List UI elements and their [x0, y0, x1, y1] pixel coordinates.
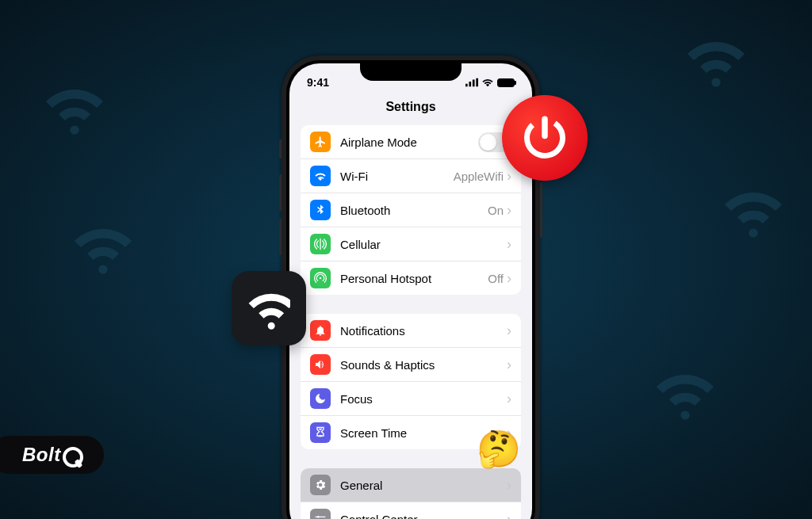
airplane-icon: [310, 132, 331, 152]
bluetooth-icon: [310, 200, 331, 220]
settings-row-sounds-haptics[interactable]: Sounds & Haptics›: [301, 348, 521, 382]
brand-badge: Bolt: [0, 436, 104, 474]
settings-group: General›Control Center›AADisplay & Brigh…: [301, 468, 521, 519]
settings-row-cellular[interactable]: Cellular›: [301, 227, 521, 261]
notch: [360, 60, 462, 81]
wifi-icon: [310, 166, 331, 186]
sliders-icon: [310, 509, 331, 519]
row-label: Sounds & Haptics: [340, 358, 507, 372]
row-label: Wi-Fi: [340, 170, 454, 183]
gear-icon: [310, 475, 331, 495]
row-label: Personal Hotspot: [340, 272, 488, 285]
chevron-right-icon: ›: [507, 168, 511, 185]
mute-switch: [279, 139, 282, 158]
wifi-bg-icon: [73, 220, 127, 277]
battery-icon: [497, 78, 515, 87]
row-label: General: [340, 479, 507, 492]
hotspot-icon: [310, 268, 331, 288]
wifi-bg-icon: [723, 184, 777, 241]
settings-row-airplane-mode[interactable]: Airplane Mode: [301, 125, 521, 159]
row-label: Notifications: [340, 324, 507, 338]
status-time: 9:41: [307, 76, 329, 89]
speaker-icon: [310, 354, 331, 375]
row-label: Bluetooth: [340, 204, 488, 217]
side-button: [540, 182, 542, 238]
row-value: On: [488, 204, 504, 217]
volume-down-button: [279, 219, 282, 255]
wifi-bg-icon: [44, 81, 98, 138]
chevron-right-icon: ›: [507, 477, 511, 494]
bell-icon: [310, 320, 331, 341]
settings-row-wi-fi[interactable]: Wi-FiAppleWifi›: [301, 159, 521, 193]
row-label: Focus: [340, 392, 507, 406]
settings-row-control-center[interactable]: Control Center›: [301, 502, 521, 519]
row-value: Off: [488, 272, 504, 285]
volume-up-button: [279, 174, 282, 211]
chevron-right-icon: ›: [507, 511, 511, 520]
settings-group: Airplane ModeWi-FiAppleWifi›BluetoothOn›…: [301, 125, 521, 295]
chevron-right-icon: ›: [507, 322, 511, 339]
settings-row-focus[interactable]: Focus›: [301, 382, 521, 416]
brand-q-icon: [63, 447, 83, 467]
chevron-right-icon: ›: [507, 236, 511, 253]
row-value: AppleWifi: [454, 170, 504, 183]
svg-point-0: [320, 277, 322, 280]
chevron-right-icon: ›: [507, 270, 511, 287]
cellular-icon: [310, 234, 331, 254]
chevron-right-icon: ›: [507, 202, 511, 219]
row-label: Airplane Mode: [340, 135, 478, 149]
wifi-bg-icon: [686, 33, 740, 90]
chevron-right-icon: ›: [507, 357, 511, 373]
hourglass-icon: [310, 422, 331, 443]
wifi-overlay-icon: [232, 271, 306, 345]
brand-text: Bolt: [22, 444, 61, 466]
settings-row-notifications[interactable]: Notifications›: [301, 314, 521, 348]
settings-row-bluetooth[interactable]: BluetoothOn›: [301, 193, 521, 227]
settings-row-personal-hotspot[interactable]: Personal HotspotOff›: [301, 261, 521, 295]
power-icon: [502, 95, 588, 181]
chevron-right-icon: ›: [507, 391, 511, 407]
row-label: Cellular: [340, 238, 507, 251]
page-title: Settings: [289, 95, 532, 125]
thinking-emoji: 🤔: [477, 431, 520, 475]
moon-icon: [310, 388, 331, 409]
wifi-bg-icon: [655, 366, 709, 423]
wifi-status-icon: [481, 78, 494, 87]
row-label: Control Center: [340, 513, 507, 520]
cellular-signal-icon: [465, 78, 478, 87]
